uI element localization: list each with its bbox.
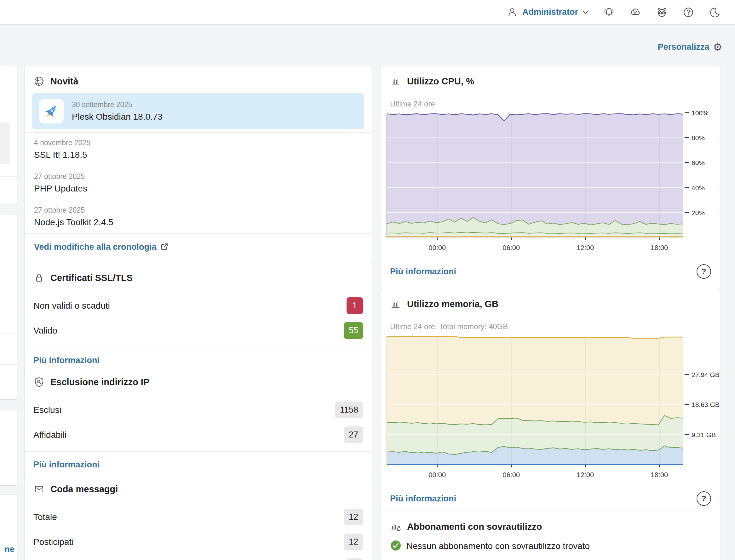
cutoff-card [0, 411, 17, 485]
status-badge[interactable]: 55 [344, 322, 363, 339]
count-badge[interactable]: 27 [344, 426, 363, 443]
help-icon[interactable] [682, 6, 695, 19]
svg-text:80%: 80% [692, 134, 705, 141]
news-date: 27 ottobre 2025 [34, 206, 362, 214]
external-link-icon [160, 243, 169, 252]
envelope-icon [33, 483, 45, 495]
shield-search-icon [33, 376, 45, 388]
cutoff-block [0, 123, 10, 164]
notifications-bell-icon[interactable] [603, 6, 615, 19]
personalize-label: Personalizza [658, 42, 709, 52]
svg-text:06:00: 06:00 [502, 471, 520, 479]
svg-text:100%: 100% [692, 111, 709, 117]
mail-queue-card: Coda messaggi Totale 12 Posticipati 12 I… [25, 473, 372, 560]
chevron-down-icon [582, 6, 589, 19]
more-info-link[interactable]: Più informazioni [33, 356, 100, 365]
news-item-highlighted[interactable]: 30 settembre 2025 Plesk Obsidian 18.0.73 [32, 93, 364, 129]
card-title: Utilizzo memoria, GB [407, 299, 498, 309]
chart-subtitle: Ultime 24 ore. Total memory: 40GB [390, 322, 711, 331]
stat-label: Posticipati [33, 537, 74, 547]
news-item[interactable]: 4 novembre 2025 SSL It! 1.18.5 [25, 132, 372, 166]
owl-assistant-icon[interactable] [656, 6, 668, 19]
svg-text:40%: 40% [692, 184, 705, 191]
card-title: Novità [50, 76, 78, 87]
rocket-icon [39, 99, 64, 123]
more-info-link[interactable]: Più informazioni [390, 267, 456, 277]
news-item[interactable]: 27 ottobre 2025 Node.js Toolkit 2.4.5 [25, 200, 372, 233]
count-badge[interactable]: 0 [347, 558, 363, 560]
help-icon[interactable]: ? [697, 491, 711, 506]
count-badge[interactable]: 12 [344, 509, 363, 525]
memory-chart: 27.94 GB18.63 GB9.31 GB00:0006:0012:0018… [381, 334, 720, 483]
bar-chart-icon [390, 298, 401, 310]
cpu-usage-card: Utilizzo CPU, % Ultime 24 ore 100%80%60%… [381, 66, 720, 289]
stat-label: Affidabili [33, 430, 66, 440]
card-title: Abbonamenti con sovrautilizzo [407, 522, 542, 532]
status-badge[interactable]: 1 [347, 297, 363, 314]
bar-chart-icon [390, 76, 401, 87]
news-title: PHP Updates [34, 184, 362, 194]
news-title: Plesk Obsidian 18.0.73 [72, 112, 163, 122]
globe-news-icon [33, 76, 45, 87]
ssl-card: Certificati SSL/TLS Non validi o scaduti… [25, 262, 372, 376]
help-icon[interactable]: ? [697, 264, 711, 279]
memory-usage-card: Utilizzo memoria, GB Ultime 24 ore. Tota… [381, 288, 720, 517]
bar-chart-lock-icon [390, 521, 401, 532]
check-circle-icon [390, 540, 401, 552]
changelog-link[interactable]: Vedi modifiche alla cronologia [34, 242, 157, 252]
svg-text:12:00: 12:00 [577, 244, 594, 252]
news-title: SSL It! 1.18.5 [34, 150, 362, 160]
svg-text:18.63 GB: 18.63 GB [692, 401, 720, 408]
svg-text:18:00: 18:00 [651, 471, 668, 479]
news-item[interactable]: 27 ottobre 2025 PHP Updates [25, 166, 372, 200]
news-title: Node.js Toolkit 2.4.5 [34, 217, 362, 227]
stat-label: Esclusi [33, 405, 61, 415]
top-bar: Administrator [0, 0, 735, 25]
stat-row: Esclusi 1158 [25, 402, 372, 418]
card-title: Certificati SSL/TLS [50, 273, 133, 283]
stat-row: Affidabili 27 [25, 426, 372, 443]
news-card: Novità 30 settembre 2025 [25, 66, 372, 263]
stat-row: Non validi o scaduti 1 [25, 297, 372, 314]
news-date: 27 ottobre 2025 [34, 172, 362, 181]
user-name: Administrator [522, 7, 578, 17]
more-info-link[interactable]: Più informazioni [33, 460, 100, 470]
chart-subtitle: Ultime 24 ore [390, 100, 711, 108]
more-info-link[interactable]: Più informazioni [390, 494, 456, 504]
stat-row: Valido 55 [25, 322, 372, 339]
dark-mode-moon-icon[interactable] [709, 6, 721, 19]
svg-text:18:00: 18:00 [651, 244, 668, 252]
cutoff-card [0, 66, 17, 204]
card-title: Coda messaggi [50, 484, 118, 494]
cpu-chart: 100%80%60%40%20%00:0006:0012:0018:00 [381, 111, 720, 256]
svg-text:60%: 60% [692, 159, 705, 166]
personalize-link[interactable]: Personalizza ⚙ [658, 42, 722, 52]
cutoff-link[interactable]: ne [4, 545, 14, 554]
overuse-status-message: Nessun abbonamento con sovrautilizzo tro… [406, 541, 590, 551]
svg-text:00:00: 00:00 [428, 244, 446, 252]
svg-text:9.31 GB: 9.31 GB [692, 431, 716, 438]
overuse-card: Abbonamenti con sovrautilizzo Nessun abb… [381, 511, 720, 560]
gear-icon: ⚙ [713, 42, 722, 52]
svg-text:27.94 GB: 27.94 GB [692, 371, 720, 378]
count-badge[interactable]: 1158 [335, 402, 363, 418]
stat-row: In attesa 0 [25, 558, 372, 560]
svg-text:12:00: 12:00 [577, 471, 594, 479]
count-badge[interactable]: 12 [344, 534, 363, 550]
stat-row: Totale 12 [25, 509, 372, 525]
stat-label: Valido [33, 326, 57, 336]
stat-label: Totale [33, 512, 57, 522]
plesk-dashboard: Administrator Personalizza ⚙ [0, 0, 735, 560]
user-icon [506, 6, 519, 19]
stat-label: Non validi o scaduti [33, 301, 110, 311]
lock-icon [33, 272, 45, 283]
cutoff-card: ne [0, 495, 17, 560]
cutoff-card [0, 214, 17, 399]
svg-text:20%: 20% [692, 209, 705, 216]
svg-text:00:00: 00:00 [428, 471, 446, 479]
news-date: 30 settembre 2025 [72, 100, 163, 109]
stat-row: Posticipati 12 [25, 534, 372, 550]
user-menu[interactable]: Administrator [506, 6, 589, 19]
cloud-backup-icon[interactable] [629, 6, 642, 19]
card-title: Esclusione indirizzo IP [50, 377, 149, 387]
